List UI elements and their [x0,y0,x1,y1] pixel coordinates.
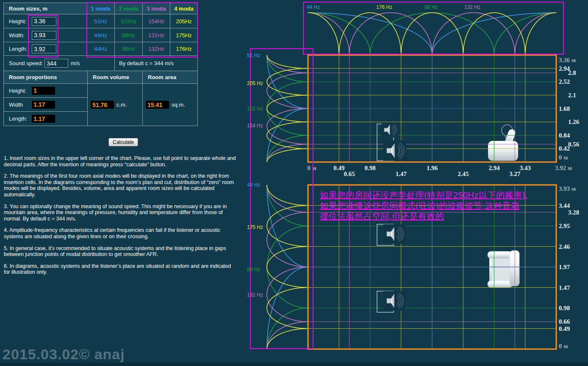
moda-header-2: 2 moda [115,3,143,14]
cut-height-label: 2.8 [568,69,576,76]
width-mode-4: 175Hz [170,28,198,42]
speaker-driver-icon [387,148,391,153]
proportions-title: Room proportions [4,71,88,84]
cut-height-label: 2.52 [559,78,570,85]
room-mode-calculator: { "room_sizes": { "title": "Room sizes, … [0,0,588,366]
mode-curve-height [267,55,308,162]
width-mode-freq-label: 131 Hz [247,292,263,298]
mode-curve-length [308,13,556,54]
x-axis-label: 3.43 [520,165,531,171]
x-axis-label: 3.27 [509,171,521,177]
height-label: Height: [4,18,32,25]
plan-width-label: 0.98 [559,305,570,311]
speaker-driver-icon [387,232,391,237]
moda-header-4: 4 moda [170,3,198,14]
x-axis-label: 0.65 [344,171,355,177]
height-mode-2: 102Hz [115,14,143,28]
area-title: Room area [143,71,198,84]
mode-curve-length [308,13,556,54]
height-width-modes-panel [250,49,313,349]
room-area-value[interactable] [146,101,169,109]
length-mode-3: 132Hz [143,42,170,56]
instruction-2: 2. The meanings of the first four room a… [4,173,236,198]
instruction-4: 4. Amplitude-frequency characteristics a… [4,227,236,239]
watermark: 2015.03.02© anaj [3,346,125,363]
x-axis-label: 1.96 [427,165,438,171]
instruction-6: 6. In diagrams, acoustic systems and the… [4,263,236,275]
width-label: Width: [4,32,32,39]
height-mode-1: 51Hz [87,14,115,28]
length-mode-freq-label: 44 Hz [307,4,320,10]
plan-width-label: 0.66 [559,318,570,325]
sound-speed-unit: m/s [71,60,80,66]
sound-speed-label: Sound speed: [4,60,43,66]
length-input[interactable] [32,44,56,53]
mode-curve-length [308,13,556,54]
x-axis-label: 0.49 [333,165,344,171]
plan-width-label: 1.47 [559,284,570,291]
moda-header-3: 3 moda [143,3,170,14]
volume-unit: c.m. [116,102,127,108]
armchair-armrest-top [488,251,512,259]
chinese-note-line: 如果您的房间还没声学处理(特别是250Hz以下的频率), [320,190,528,200]
height-mode-3: 154Hz [143,14,170,28]
instruction-5: 5. In general case, it’s recommended to … [4,245,236,258]
plan-width-label: 3.28 [568,209,579,216]
mode-curve-width [267,185,308,349]
height-mode-freq-label: 205 Hz [247,80,263,86]
instruction-3: 3. You can optionally change the meaning… [4,204,236,222]
x-axis-label: 1.47 [396,171,407,177]
armchair-armrest-bottom [488,281,512,288]
instructions: 1. Insert room sizes in the upper left c… [4,155,236,281]
room-volume-value[interactable] [91,101,114,109]
x-axis-label: 0 м [307,165,316,171]
x-axis-label: 2.94 [488,165,500,171]
plan-width-label: 3.93 м [559,185,576,192]
width-mode-freq-label: 88 Hz [247,267,260,272]
bottom-strip [0,363,588,366]
height-mode-freq-label: 102 Hz [247,106,263,112]
calculate-button[interactable]: Calculate [108,138,138,146]
speaker-driver-icon [384,128,387,132]
sound-speed-input[interactable] [44,59,68,68]
width-mode-1: 44Hz [87,28,115,42]
length-mode-freq-label: 132 Hz [464,4,480,10]
prop-width-label: Width [4,102,32,108]
area-unit: sq.m. [172,102,185,108]
height-input[interactable] [32,17,56,26]
plan-width-label: 0.49 [559,325,570,332]
length-mode-freq-label: 88 Hz [424,4,438,10]
height-mode-freq-label: 51 Hz [247,52,260,58]
cut-height-label: 0 м [559,154,568,161]
cut-height-label: 0.42 [559,145,570,152]
moda-header-1: 1 moda [87,3,115,14]
plan-width-label: 2.95 [559,223,570,229]
armchair-backrest [510,250,519,286]
cut-height-label: 3.36 м [559,57,576,63]
height-mode-4: 205Hz [170,14,198,28]
prop-width-value[interactable] [32,101,55,109]
speaker-driver-icon [387,299,391,303]
chinese-note-line: 如果您读懂这些房间模式(驻波)的波腹波节,这种音箱 [320,201,519,210]
length-mode-4: 176Hz [170,42,198,56]
cut-height-label: 0.84 [559,132,570,139]
length-mode-freq-label: 176 Hz [376,4,392,10]
plan-width-label: 3.44 [559,202,570,209]
prop-length-label: Length: [4,116,32,122]
cut-height-label: 1.26 [568,118,580,125]
plan-width-label: 2.46 [559,243,570,250]
length-label: Length: [4,46,32,52]
width-mode-3: 131Hz [143,28,170,42]
couch-side-icon [488,141,518,161]
prop-length-value[interactable] [32,115,55,123]
width-mode-freq-label: 44 Hz [247,182,260,188]
room-sizes-title: Room sizes, m [4,3,87,14]
prop-height-value[interactable] [32,87,55,95]
width-input[interactable] [32,31,56,40]
width-mode-2: 88Hz [115,28,143,42]
instruction-1: 1. Insert room sizes in the upper left c… [4,155,236,168]
cut-height-label: 2.1 [568,92,576,99]
length-mode-2: 88Hz [115,42,143,56]
cut-height-label: 1.68 [559,105,570,112]
x-axis-label: 3.92 м [555,165,572,171]
